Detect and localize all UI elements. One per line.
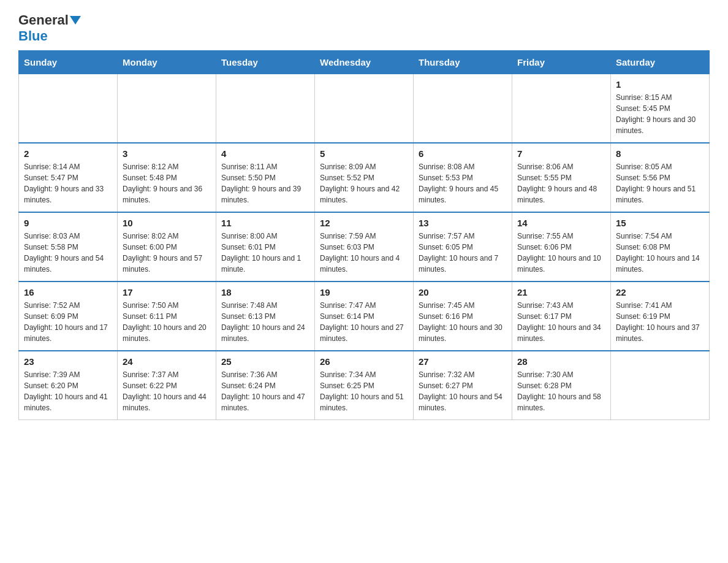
day-number: 1: [616, 79, 704, 90]
calendar-cell: 15Sunrise: 7:54 AM Sunset: 6:08 PM Dayli…: [611, 212, 710, 282]
day-info: Sunrise: 8:09 AM Sunset: 5:52 PM Dayligh…: [320, 161, 408, 205]
day-info: Sunrise: 7:50 AM Sunset: 6:11 PM Dayligh…: [123, 300, 211, 344]
day-number: 11: [221, 218, 309, 228]
day-number: 25: [221, 356, 309, 367]
calendar-cell: 19Sunrise: 7:47 AM Sunset: 6:14 PM Dayli…: [315, 282, 414, 351]
day-info: Sunrise: 8:14 AM Sunset: 5:47 PM Dayligh…: [24, 161, 112, 205]
day-info: Sunrise: 7:34 AM Sunset: 6:25 PM Dayligh…: [320, 369, 408, 413]
day-number: 9: [24, 218, 112, 228]
day-info: Sunrise: 7:30 AM Sunset: 6:28 PM Dayligh…: [517, 369, 605, 413]
day-number: 4: [221, 148, 309, 159]
day-info: Sunrise: 8:08 AM Sunset: 5:53 PM Dayligh…: [419, 161, 507, 205]
day-info: Sunrise: 7:41 AM Sunset: 6:19 PM Dayligh…: [616, 300, 704, 344]
col-header-monday: Monday: [118, 51, 216, 74]
calendar-cell: 11Sunrise: 8:00 AM Sunset: 6:01 PM Dayli…: [216, 212, 315, 282]
day-info: Sunrise: 8:03 AM Sunset: 5:58 PM Dayligh…: [24, 231, 112, 275]
calendar-cell: 26Sunrise: 7:34 AM Sunset: 6:25 PM Dayli…: [315, 351, 414, 420]
col-header-wednesday: Wednesday: [315, 51, 414, 74]
day-number: 24: [123, 356, 211, 367]
calendar-cell: 23Sunrise: 7:39 AM Sunset: 6:20 PM Dayli…: [19, 351, 118, 420]
col-header-thursday: Thursday: [414, 51, 512, 74]
day-number: 20: [419, 287, 507, 297]
calendar-cell: 8Sunrise: 8:05 AM Sunset: 5:56 PM Daylig…: [611, 143, 710, 212]
day-info: Sunrise: 8:05 AM Sunset: 5:56 PM Dayligh…: [616, 161, 704, 205]
day-number: 26: [320, 356, 408, 367]
day-info: Sunrise: 8:06 AM Sunset: 5:55 PM Dayligh…: [517, 161, 605, 205]
calendar-cell: 20Sunrise: 7:45 AM Sunset: 6:16 PM Dayli…: [414, 282, 512, 351]
calendar-cell: 10Sunrise: 8:02 AM Sunset: 6:00 PM Dayli…: [118, 212, 216, 282]
calendar-cell: [315, 74, 414, 144]
day-number: 2: [24, 148, 112, 159]
calendar-cell: 4Sunrise: 8:11 AM Sunset: 5:50 PM Daylig…: [216, 143, 315, 212]
day-number: 19: [320, 287, 408, 297]
day-number: 22: [616, 287, 704, 297]
day-number: 18: [221, 287, 309, 297]
calendar-header-row: SundayMondayTuesdayWednesdayThursdayFrid…: [19, 51, 710, 74]
calendar-cell: 16Sunrise: 7:52 AM Sunset: 6:09 PM Dayli…: [19, 282, 118, 351]
calendar-cell: 21Sunrise: 7:43 AM Sunset: 6:17 PM Dayli…: [512, 282, 611, 351]
calendar-cell: [19, 74, 118, 144]
col-header-sunday: Sunday: [19, 51, 118, 74]
day-info: Sunrise: 7:45 AM Sunset: 6:16 PM Dayligh…: [419, 300, 507, 344]
page-header: General Blue: [18, 12, 710, 44]
calendar-cell: 7Sunrise: 8:06 AM Sunset: 5:55 PM Daylig…: [512, 143, 611, 212]
day-info: Sunrise: 7:39 AM Sunset: 6:20 PM Dayligh…: [24, 369, 112, 413]
day-info: Sunrise: 7:59 AM Sunset: 6:03 PM Dayligh…: [320, 231, 408, 275]
calendar-cell: [216, 74, 315, 144]
day-info: Sunrise: 7:48 AM Sunset: 6:13 PM Dayligh…: [221, 300, 309, 344]
col-header-tuesday: Tuesday: [216, 51, 315, 74]
calendar-cell: 18Sunrise: 7:48 AM Sunset: 6:13 PM Dayli…: [216, 282, 315, 351]
day-info: Sunrise: 7:32 AM Sunset: 6:27 PM Dayligh…: [419, 369, 507, 413]
calendar-cell: 3Sunrise: 8:12 AM Sunset: 5:48 PM Daylig…: [118, 143, 216, 212]
day-number: 5: [320, 148, 408, 159]
day-number: 27: [419, 356, 507, 367]
day-number: 16: [24, 287, 112, 297]
calendar-cell: 14Sunrise: 7:55 AM Sunset: 6:06 PM Dayli…: [512, 212, 611, 282]
day-number: 17: [123, 287, 211, 297]
calendar-cell: 9Sunrise: 8:03 AM Sunset: 5:58 PM Daylig…: [19, 212, 118, 282]
calendar-week-row: 1Sunrise: 8:15 AM Sunset: 5:45 PM Daylig…: [19, 74, 710, 144]
day-info: Sunrise: 7:37 AM Sunset: 6:22 PM Dayligh…: [123, 369, 211, 413]
calendar-cell: 6Sunrise: 8:08 AM Sunset: 5:53 PM Daylig…: [414, 143, 512, 212]
calendar-cell: 17Sunrise: 7:50 AM Sunset: 6:11 PM Dayli…: [118, 282, 216, 351]
day-info: Sunrise: 8:12 AM Sunset: 5:48 PM Dayligh…: [123, 161, 211, 205]
day-info: Sunrise: 8:15 AM Sunset: 5:45 PM Dayligh…: [616, 92, 704, 136]
day-number: 21: [517, 287, 605, 297]
calendar-cell: 24Sunrise: 7:37 AM Sunset: 6:22 PM Dayli…: [118, 351, 216, 420]
calendar-cell: [611, 351, 710, 420]
calendar-cell: [118, 74, 216, 144]
calendar-cell: 28Sunrise: 7:30 AM Sunset: 6:28 PM Dayli…: [512, 351, 611, 420]
day-number: 14: [517, 218, 605, 228]
day-number: 13: [419, 218, 507, 228]
day-info: Sunrise: 7:47 AM Sunset: 6:14 PM Dayligh…: [320, 300, 408, 344]
day-info: Sunrise: 7:36 AM Sunset: 6:24 PM Dayligh…: [221, 369, 309, 413]
logo-blue: Blue: [18, 28, 48, 44]
day-number: 7: [517, 148, 605, 159]
calendar-week-row: 9Sunrise: 8:03 AM Sunset: 5:58 PM Daylig…: [19, 212, 710, 282]
calendar-cell: 13Sunrise: 7:57 AM Sunset: 6:05 PM Dayli…: [414, 212, 512, 282]
day-info: Sunrise: 8:00 AM Sunset: 6:01 PM Dayligh…: [221, 231, 309, 275]
calendar-cell: 2Sunrise: 8:14 AM Sunset: 5:47 PM Daylig…: [19, 143, 118, 212]
day-info: Sunrise: 7:57 AM Sunset: 6:05 PM Dayligh…: [419, 231, 507, 275]
day-info: Sunrise: 7:52 AM Sunset: 6:09 PM Dayligh…: [24, 300, 112, 344]
day-number: 28: [517, 356, 605, 367]
day-number: 6: [419, 148, 507, 159]
logo-triangle-icon: [70, 16, 81, 25]
day-number: 8: [616, 148, 704, 159]
calendar-cell: [414, 74, 512, 144]
col-header-friday: Friday: [512, 51, 611, 74]
day-number: 12: [320, 218, 408, 228]
calendar-cell: 27Sunrise: 7:32 AM Sunset: 6:27 PM Dayli…: [414, 351, 512, 420]
day-info: Sunrise: 8:11 AM Sunset: 5:50 PM Dayligh…: [221, 161, 309, 205]
day-info: Sunrise: 7:54 AM Sunset: 6:08 PM Dayligh…: [616, 231, 704, 275]
calendar-week-row: 2Sunrise: 8:14 AM Sunset: 5:47 PM Daylig…: [19, 143, 710, 212]
day-number: 23: [24, 356, 112, 367]
logo: General Blue: [18, 12, 81, 44]
calendar-cell: 1Sunrise: 8:15 AM Sunset: 5:45 PM Daylig…: [611, 74, 710, 144]
calendar-table: SundayMondayTuesdayWednesdayThursdayFrid…: [18, 50, 710, 420]
calendar-week-row: 23Sunrise: 7:39 AM Sunset: 6:20 PM Dayli…: [19, 351, 710, 420]
logo-general: General: [18, 12, 69, 28]
day-info: Sunrise: 7:55 AM Sunset: 6:06 PM Dayligh…: [517, 231, 605, 275]
calendar-cell: 12Sunrise: 7:59 AM Sunset: 6:03 PM Dayli…: [315, 212, 414, 282]
col-header-saturday: Saturday: [611, 51, 710, 74]
